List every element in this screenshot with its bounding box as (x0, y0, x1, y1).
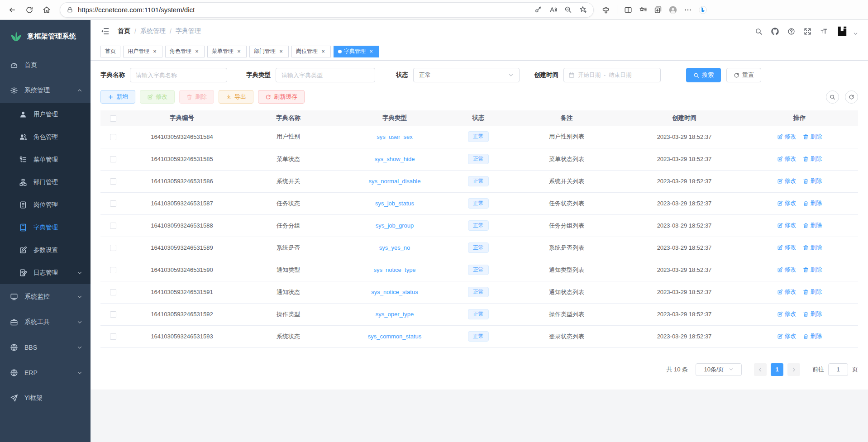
edit-row-button[interactable]: 修改 (777, 332, 796, 340)
delete-row-button[interactable]: 删除 (803, 332, 822, 340)
close-icon[interactable]: × (194, 48, 200, 55)
edit-row-button[interactable]: 修改 (777, 177, 796, 185)
delete-row-button[interactable]: 删除 (803, 221, 822, 229)
edit-row-button[interactable]: 修改 (777, 288, 796, 296)
read-aloud-icon[interactable] (549, 6, 557, 14)
close-icon[interactable]: × (320, 48, 326, 55)
row-checkbox[interactable] (110, 267, 116, 273)
extensions-icon[interactable] (602, 6, 610, 14)
edit-button[interactable]: 修改 (140, 90, 175, 104)
close-icon[interactable]: × (236, 48, 242, 55)
delete-row-button[interactable]: 删除 (803, 288, 822, 296)
add-favorite-icon[interactable] (579, 6, 587, 14)
dict-type-link[interactable]: sys_user_sex (377, 133, 412, 140)
bing-copilot-icon[interactable] (699, 6, 707, 14)
edit-row-button[interactable]: 修改 (777, 310, 796, 318)
help-icon[interactable] (787, 28, 795, 35)
dict-type-link[interactable]: sys_yes_no (379, 244, 410, 251)
close-icon[interactable]: × (152, 48, 158, 55)
row-checkbox[interactable] (110, 178, 116, 185)
prev-page-button[interactable] (754, 363, 767, 376)
tab-dict-mgmt[interactable]: 字典管理× (334, 46, 379, 57)
row-checkbox[interactable] (110, 223, 116, 229)
row-checkbox[interactable] (110, 333, 116, 340)
dict-type-input[interactable] (276, 68, 375, 82)
password-key-icon[interactable] (534, 6, 542, 14)
row-checkbox[interactable] (110, 200, 116, 207)
header-search-icon[interactable] (755, 28, 763, 35)
delete-row-button[interactable]: 删除 (803, 177, 822, 185)
current-page-button[interactable]: 1 (771, 363, 783, 376)
status-select[interactable]: 正常 (413, 68, 520, 82)
avatar-caret-down-icon[interactable] (853, 31, 858, 36)
export-button[interactable]: 导出 (219, 90, 253, 104)
delete-row-button[interactable]: 删除 (803, 266, 822, 274)
add-button[interactable]: 新增 (100, 90, 135, 104)
sidebar-item-system-mgmt[interactable]: 系统管理 (0, 78, 91, 103)
sidebar-item-system-tools[interactable]: 系统工具 (0, 309, 91, 335)
sidebar-item-yi-framework[interactable]: Yi框架 (0, 385, 91, 411)
refresh-cache-button[interactable]: 刷新缓存 (258, 90, 305, 104)
sidebar-item-bbs[interactable]: BBS (0, 335, 91, 360)
sidebar-item-log-mgmt[interactable]: 日志管理 (0, 261, 91, 284)
dict-type-link[interactable]: sys_common_status (368, 333, 422, 340)
dict-type-link[interactable]: sys_notice_type (373, 266, 415, 273)
zoom-out-icon[interactable] (564, 6, 572, 14)
row-checkbox[interactable] (110, 289, 116, 295)
row-checkbox[interactable] (110, 156, 116, 162)
delete-row-button[interactable]: 删除 (803, 243, 822, 252)
browser-menu-icon[interactable] (684, 6, 692, 14)
delete-button[interactable]: 删除 (179, 90, 214, 104)
sidebar-item-post-mgmt[interactable]: 岗位管理 (0, 194, 91, 216)
browser-home-button[interactable] (39, 2, 54, 18)
edit-row-button[interactable]: 修改 (777, 266, 796, 274)
dict-type-link[interactable]: sys_notice_status (371, 289, 418, 295)
edit-row-button[interactable]: 修改 (777, 199, 796, 207)
fullscreen-icon[interactable] (804, 28, 811, 35)
goto-page-input[interactable] (828, 363, 848, 376)
edit-row-button[interactable]: 修改 (777, 243, 796, 252)
dict-name-input[interactable] (130, 68, 227, 82)
dict-type-link[interactable]: sys_job_group (376, 222, 414, 229)
user-avatar-logo[interactable] (836, 25, 848, 37)
sidebar-item-menu-mgmt[interactable]: 菜单管理 (0, 148, 91, 171)
dict-type-link[interactable]: sys_normal_disable (369, 178, 421, 185)
edit-row-button[interactable]: 修改 (777, 221, 796, 229)
browser-refresh-button[interactable] (22, 2, 37, 18)
row-checkbox[interactable] (110, 245, 116, 251)
sidebar-item-param-settings[interactable]: 参数设置 (0, 239, 91, 261)
font-size-icon[interactable] (820, 28, 828, 35)
url-text[interactable]: https://ccnetcore.com:1101/system/dict (78, 6, 530, 14)
close-icon[interactable]: × (368, 48, 374, 55)
dict-type-link[interactable]: sys_job_status (375, 200, 414, 207)
browser-back-button[interactable] (5, 2, 20, 18)
breadcrumb-item-home[interactable]: 首页 (118, 27, 130, 35)
sidebar-item-home[interactable]: 首页 (0, 52, 91, 78)
page-size-select[interactable]: 10条/页 (696, 363, 742, 376)
tab-user-mgmt[interactable]: 用户管理× (123, 46, 162, 57)
row-checkbox[interactable] (110, 311, 116, 318)
dict-type-link[interactable]: sys_show_hide (375, 156, 415, 162)
split-screen-icon[interactable] (624, 6, 632, 14)
github-icon[interactable] (771, 28, 779, 35)
tab-dept-mgmt[interactable]: 部门管理× (249, 46, 289, 57)
breadcrumb-item-system-mgmt[interactable]: 系统管理 (140, 27, 166, 35)
tab-home[interactable]: 首页 (100, 46, 120, 57)
refresh-table-button[interactable] (845, 90, 858, 104)
collections-icon[interactable] (654, 6, 662, 14)
date-range-picker[interactable]: 开始日期 - 结束日期 (563, 68, 661, 82)
sidebar-item-erp[interactable]: ERP (0, 360, 91, 385)
delete-row-button[interactable]: 删除 (803, 310, 822, 318)
sidebar-item-system-monitor[interactable]: 系统监控 (0, 284, 91, 309)
tab-menu-mgmt[interactable]: 菜单管理× (207, 46, 247, 57)
search-button[interactable]: 搜索 (686, 68, 721, 82)
tab-role-mgmt[interactable]: 角色管理× (165, 46, 205, 57)
sidebar-item-user-mgmt[interactable]: 用户管理 (0, 103, 91, 126)
sidebar-item-dept-mgmt[interactable]: 部门管理 (0, 171, 91, 194)
sidebar-item-dict-mgmt[interactable]: 字典管理 (0, 216, 91, 239)
edit-row-button[interactable]: 修改 (777, 133, 796, 141)
close-icon[interactable]: × (278, 48, 284, 55)
sidebar-fold-icon[interactable] (100, 27, 110, 36)
sidebar-item-role-mgmt[interactable]: 角色管理 (0, 126, 91, 148)
next-page-button[interactable] (787, 363, 800, 376)
